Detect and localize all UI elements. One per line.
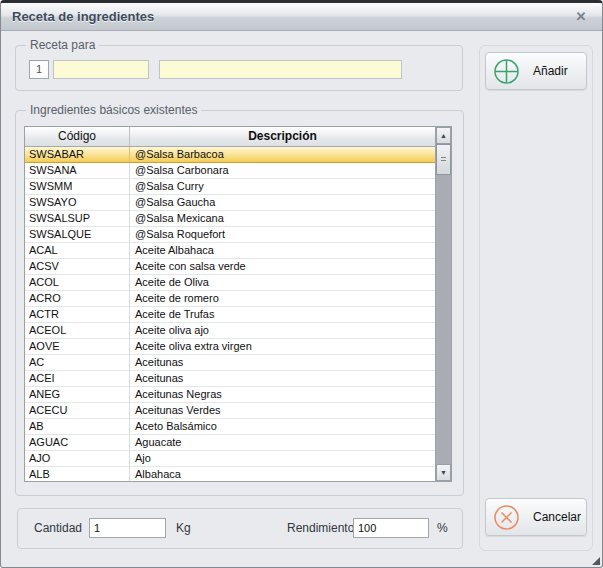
scroll-up-icon[interactable]: ▲ [436, 127, 451, 144]
ingredient-code: SWSMM [25, 179, 130, 194]
ingredient-description: @Salsa Mexicana [130, 211, 435, 226]
close-icon[interactable]: ✕ [572, 8, 590, 26]
table-row[interactable]: ACALAceite Albahaca [25, 243, 435, 259]
table-row[interactable]: ACEOLAceite oliva ajo [25, 323, 435, 339]
cantidad-input[interactable] [89, 518, 166, 538]
groupbox-footer: Cantidad Kg Rendimiento % [17, 508, 463, 549]
ingredient-description: @Salsa Carbonara [130, 163, 435, 178]
ingredient-code: ACSV [25, 259, 130, 274]
table-row[interactable]: ALBAlbahaca [25, 467, 435, 481]
ingredient-description: Aceitunas Negras [130, 387, 435, 402]
ingredient-code: ACEOL [25, 323, 130, 338]
ingredient-description: Ajo [130, 451, 435, 466]
table-row[interactable]: AJOAjo [25, 451, 435, 467]
ingredient-code: ACRO [25, 291, 130, 306]
scrollbar-thumb[interactable] [436, 144, 451, 175]
groupbox-ingredientes: Ingredientes básicos existentes Código D… [15, 110, 464, 496]
scrollbar-thumb-ridges [441, 157, 446, 163]
ingredient-description: Aceite oliva ajo [130, 323, 435, 338]
table-row[interactable]: ACTRAceite de Trufas [25, 307, 435, 323]
cancel-button[interactable]: Cancelar [485, 498, 587, 536]
plus-circle-icon [493, 58, 520, 85]
ingredient-description: Aceitunas [130, 371, 435, 386]
table-row[interactable]: ABAceto Balsámico [25, 419, 435, 435]
cantidad-label: Cantidad [34, 521, 82, 535]
ingredient-code: SWSANA [25, 163, 130, 178]
table-row[interactable]: AGUACAguacate [25, 435, 435, 451]
recipe-number-field[interactable]: 1 [29, 60, 49, 79]
ingredient-code: AGUAC [25, 435, 130, 450]
groupbox-receta-para: Receta para 1 [15, 45, 463, 91]
ingredient-code: ALB [25, 467, 130, 481]
table-row[interactable]: AOVEAceite oliva extra virgen [25, 339, 435, 355]
ingredient-code: AJO [25, 451, 130, 466]
rendimiento-input[interactable] [353, 518, 429, 538]
ingredient-code: SWSALSUP [25, 211, 130, 226]
table-row[interactable]: SWSALQUE@Salsa Roquefort [25, 227, 435, 243]
ingredient-description: Aceite de Oliva [130, 275, 435, 290]
ingredient-code: ACEI [25, 371, 130, 386]
action-panel: Añadir Cancelar [479, 45, 593, 551]
add-button[interactable]: Añadir [485, 52, 587, 90]
table-row[interactable]: ACOLAceite de Oliva [25, 275, 435, 291]
x-circle-icon [493, 504, 520, 531]
add-button-label: Añadir [533, 64, 568, 78]
ingredient-description: @Salsa Roquefort [130, 227, 435, 242]
ingredient-description: Aguacate [130, 435, 435, 450]
column-header-codigo[interactable]: Código [25, 127, 130, 146]
ingredient-description: Aceite Albahaca [130, 243, 435, 258]
recipe-name-input[interactable] [159, 60, 402, 79]
ingredient-code: ACAL [25, 243, 130, 258]
ingredient-description: Aceitunas [130, 355, 435, 370]
ingredient-description: @Salsa Barbacoa [130, 147, 435, 162]
percent-label: % [437, 521, 448, 535]
table-row[interactable]: SWSANA@Salsa Carbonara [25, 163, 435, 179]
titlebar: Receta de ingredientes ✕ [1, 3, 602, 31]
cancel-button-label: Cancelar [533, 510, 581, 524]
ingredient-code: SWSALQUE [25, 227, 130, 242]
ingredient-code: AOVE [25, 339, 130, 354]
table-row[interactable]: SWSAYO@Salsa Gaucha [25, 195, 435, 211]
ingredient-table-header: Código Descripción [25, 127, 435, 147]
groupbox-ingredientes-label: Ingredientes básicos existentes [26, 103, 201, 118]
ingredient-description: @Salsa Gaucha [130, 195, 435, 210]
dialog-window: Receta de ingredientes ✕ Receta para 1 I… [0, 0, 603, 568]
table-row[interactable]: SWSABAR@Salsa Barbacoa [25, 147, 435, 163]
resize-grip-icon[interactable] [592, 557, 600, 565]
table-row[interactable]: ANEGAceitunas Negras [25, 387, 435, 403]
ingredient-table: Código Descripción SWSABAR@Salsa Barbaco… [24, 126, 452, 482]
vertical-scrollbar[interactable]: ▲ ▼ [435, 127, 451, 481]
ingredient-code: AC [25, 355, 130, 370]
ingredient-code: ANEG [25, 387, 130, 402]
ingredient-description: @Salsa Curry [130, 179, 435, 194]
table-row[interactable]: SWSMM@Salsa Curry [25, 179, 435, 195]
unit-label: Kg [176, 521, 191, 535]
ingredient-code: SWSABAR [25, 147, 130, 162]
groupbox-receta-para-label: Receta para [26, 38, 99, 53]
ingredient-description: Aceite de romero [130, 291, 435, 306]
window-title: Receta de ingredientes [12, 9, 154, 24]
rendimiento-label: Rendimiento [287, 521, 354, 535]
ingredient-code: ACECU [25, 403, 130, 418]
table-row[interactable]: ACECUAceitunas Verdes [25, 403, 435, 419]
ingredient-description: Aceite de Trufas [130, 307, 435, 322]
ingredient-description: Aceto Balsámico [130, 419, 435, 434]
ingredient-code: ACOL [25, 275, 130, 290]
table-row[interactable]: ACROAceite de romero [25, 291, 435, 307]
ingredient-code: AB [25, 419, 130, 434]
column-header-descripcion[interactable]: Descripción [130, 127, 435, 146]
table-row[interactable]: SWSALSUP@Salsa Mexicana [25, 211, 435, 227]
ingredient-table-body: SWSABAR@Salsa BarbacoaSWSANA@Salsa Carbo… [25, 147, 435, 481]
ingredient-description: Aceitunas Verdes [130, 403, 435, 418]
ingredient-description: Aceite con salsa verde [130, 259, 435, 274]
recipe-code-input[interactable] [53, 60, 149, 79]
ingredient-description: Aceite oliva extra virgen [130, 339, 435, 354]
table-row[interactable]: ACEIAceitunas [25, 371, 435, 387]
table-row[interactable]: ACAceitunas [25, 355, 435, 371]
ingredient-code: ACTR [25, 307, 130, 322]
ingredient-description: Albahaca [130, 467, 435, 481]
table-row[interactable]: ACSVAceite con salsa verde [25, 259, 435, 275]
ingredient-code: SWSAYO [25, 195, 130, 210]
scroll-down-icon[interactable]: ▼ [436, 464, 451, 481]
